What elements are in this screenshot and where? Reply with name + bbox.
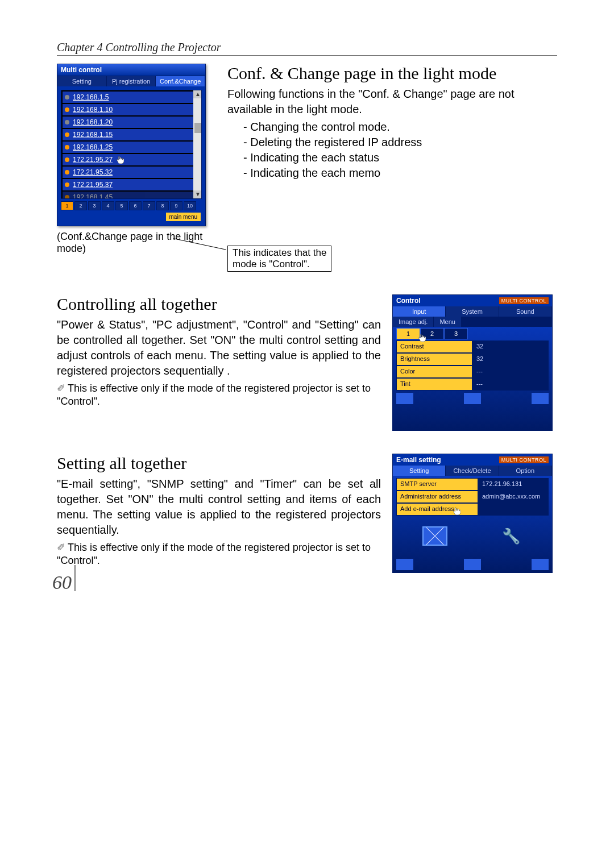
pager-10[interactable]: 10	[184, 201, 196, 210]
nav-home-icon[interactable]	[464, 559, 481, 570]
value-brightness[interactable]: 32	[472, 353, 549, 366]
nav-settings-icon[interactable]	[532, 559, 549, 570]
section2-note: This is effective only if the mode of th…	[57, 383, 371, 407]
pager-7[interactable]: 7	[143, 201, 155, 210]
status-dot-off-icon	[65, 120, 69, 124]
status-dot-off-icon	[65, 95, 69, 99]
value-color[interactable]: ---	[472, 366, 549, 378]
chapter-heading: Chapter 4 Controlling the Projector	[57, 41, 557, 56]
tab-setting[interactable]: Setting	[393, 466, 446, 476]
section3-note: This is effective only if the mode of th…	[57, 542, 371, 566]
tab-confchange[interactable]: Conf.&Change	[156, 76, 205, 86]
email-panel: E-mail setting MULTI CONTROL Setting Che…	[392, 454, 553, 573]
status-dot-on-icon	[65, 145, 69, 149]
pager-2[interactable]: 2	[74, 201, 87, 210]
pager-3[interactable]: 3	[88, 201, 101, 210]
multicontrol-badge: MULTI CONTROL	[499, 456, 549, 463]
ip-list: 192.168.1.5 192.168.1.10 192.168.1.20 19…	[61, 90, 202, 199]
cursor-hand-icon	[116, 156, 124, 164]
nav-left-icon[interactable]	[396, 559, 413, 570]
nav-home-icon[interactable]	[464, 393, 481, 404]
section1-bullet: - Deleting the registered IP address	[243, 135, 557, 150]
value-tint[interactable]: ---	[472, 378, 549, 391]
ip-row[interactable]: 192.168.1.20	[63, 117, 200, 128]
label-color: Color	[396, 366, 472, 378]
note-icon: ✐	[57, 383, 65, 394]
pager-8[interactable]: 8	[156, 201, 169, 210]
ip-address: 172.21.95.27	[73, 156, 113, 164]
section1-bullet: - Changing the control mode.	[243, 119, 557, 135]
control-panel: Control MULTI CONTROL Input System Sound…	[392, 294, 553, 431]
ip-address: 192.168.1.15	[73, 131, 113, 139]
note-icon: ✐	[57, 542, 65, 553]
pager-1[interactable]: 1	[61, 201, 73, 210]
ip-address: 192.168.1.25	[73, 143, 113, 151]
callout-box: This indicates that the mode is "Control…	[227, 246, 331, 272]
scrollbar[interactable]: ▲ ▼	[193, 90, 202, 198]
cursor-hand-icon	[418, 334, 426, 342]
mail-icon[interactable]	[422, 526, 447, 546]
ip-address: 172.21.95.37	[73, 181, 113, 189]
value-add-email[interactable]	[478, 503, 549, 516]
page-number: 60	[52, 572, 72, 593]
label-add-email-text: Add e-mail address	[400, 505, 454, 512]
nav-left-icon[interactable]	[396, 393, 413, 404]
tab-system[interactable]: System	[446, 306, 499, 317]
ip-row[interactable]: 172.21.95.37	[63, 179, 200, 190]
footer-divider	[74, 565, 76, 591]
nav-settings-icon[interactable]	[532, 393, 549, 404]
section1-body: Following functions in the "Conf. & Chan…	[227, 86, 557, 117]
status-dot-on-icon	[65, 157, 69, 162]
tab-input[interactable]: Input	[393, 306, 446, 317]
callout-text: This indicates that the	[233, 247, 326, 259]
scroll-down-icon[interactable]: ▼	[193, 190, 202, 198]
label-add-email: Add e-mail address	[396, 503, 478, 516]
ip-row[interactable]: 192.168.1.25	[63, 142, 200, 153]
ip-address: 192.168.1.5	[73, 93, 109, 101]
ip-row[interactable]: 192.168.1.10	[63, 104, 200, 115]
section2-body: "Power & Status", "PC adjustment", "Cont…	[57, 317, 381, 379]
multicontrol-tabs: Setting Pj registration Conf.&Change	[57, 76, 205, 86]
tab-setting[interactable]: Setting	[57, 76, 107, 86]
ip-pager: 1 2 3 4 5 6 7 8 9 10	[61, 201, 202, 210]
pager-4[interactable]: 4	[102, 201, 114, 210]
scroll-up-icon[interactable]: ▲	[193, 90, 202, 98]
ip-row[interactable]: 192.168.1.5	[63, 92, 200, 103]
pager-9[interactable]: 9	[170, 201, 182, 210]
label-smtp: SMTP server	[396, 478, 478, 491]
section2-title: Controlling all together	[57, 294, 381, 314]
subtab-imageadj[interactable]: Image adj.	[393, 317, 434, 327]
scroll-thumb[interactable]	[194, 123, 201, 133]
pager-6[interactable]: 6	[129, 201, 142, 210]
ip-row[interactable]: 172.21.95.32	[63, 167, 200, 178]
subtab-menu[interactable]: Menu	[434, 317, 462, 327]
callout-text: mode is "Control".	[233, 259, 326, 270]
control-page-1[interactable]: 1	[396, 328, 420, 339]
tab-option[interactable]: Option	[499, 466, 552, 476]
main-menu-button[interactable]: main menu	[166, 213, 201, 221]
ip-row[interactable]: 192.168.1.45	[63, 192, 200, 199]
section3-body: "E-mail setting", "SNMP setting" and "Ti…	[57, 476, 381, 538]
value-contrast[interactable]: 32	[472, 340, 549, 353]
tab-checkdelete[interactable]: Check/Delete	[446, 466, 499, 476]
ip-row[interactable]: 192.168.1.15	[63, 129, 200, 140]
ip-address: 192.168.1.10	[73, 106, 113, 114]
label-contrast: Contrast	[396, 340, 472, 353]
control-page-3[interactable]: 3	[444, 328, 468, 339]
section1-title: Conf. & Change page in the light mode	[227, 64, 557, 83]
ip-row[interactable]: 172.21.95.27	[63, 154, 200, 165]
cursor-hand-icon	[453, 507, 460, 515]
wrench-icon[interactable]	[500, 528, 522, 545]
pager-5[interactable]: 5	[115, 201, 128, 210]
status-dot-on-icon	[65, 132, 69, 137]
tab-sound[interactable]: Sound	[499, 306, 552, 317]
label-tint: Tint	[396, 378, 472, 391]
ip-address: 192.168.1.45	[73, 193, 113, 199]
tab-pjregistration[interactable]: Pj registration	[107, 76, 156, 86]
section1-bullet: - Indicating the each status	[243, 150, 557, 165]
multicontrol-panel: Multi control Setting Pj registration Co…	[57, 64, 206, 226]
value-admin-address[interactable]: admin@abc.xxx.com	[478, 491, 549, 503]
value-smtp[interactable]: 172.21.96.131	[478, 478, 549, 491]
label-admin-address: Administrator address	[396, 491, 478, 503]
status-dot-on-icon	[65, 182, 69, 187]
